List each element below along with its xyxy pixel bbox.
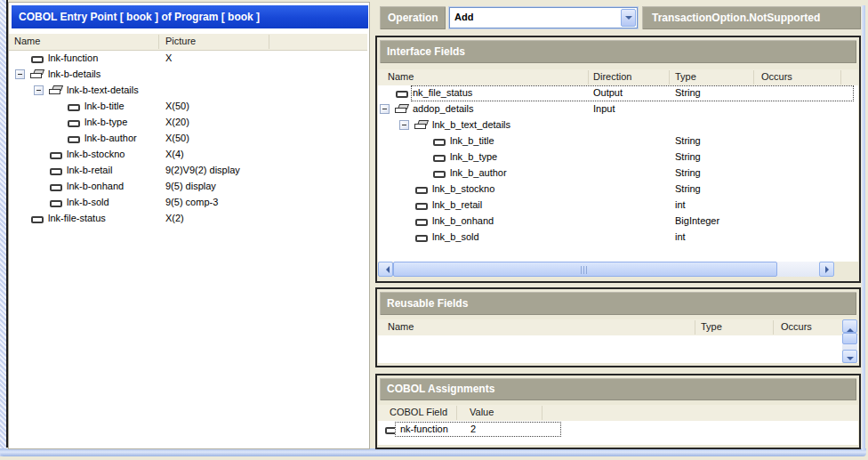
field-icon <box>433 139 446 146</box>
cell-picture: X(50) <box>165 101 189 111</box>
tree-row[interactable]: lnk-b-details <box>9 67 367 83</box>
tree-row[interactable]: lnk_b_titleString <box>378 133 858 149</box>
scroll-right-button[interactable] <box>819 262 834 277</box>
tree-row[interactable]: lnk_b_retailint <box>378 198 858 214</box>
assignment-focus-box[interactable]: nk-function 2 <box>395 422 561 437</box>
field-name-label: lnk_b_author <box>450 167 507 178</box>
horizontal-scrollbar[interactable] <box>378 262 858 277</box>
column-separator[interactable] <box>269 35 269 49</box>
tree-row[interactable]: lnk_b_onhandBigInteger <box>378 214 858 230</box>
tree-row[interactable]: lnk-b-text-details <box>9 83 367 99</box>
group-field-icon <box>49 85 63 95</box>
field-name-label: nk_file_status <box>413 87 472 98</box>
cell-type: String <box>675 87 701 98</box>
reusable-fields-list <box>378 335 858 363</box>
column-type[interactable]: Type <box>675 71 696 82</box>
cell-type: String <box>675 167 701 178</box>
field-name-label: lnk_b_retail <box>432 199 482 210</box>
column-name[interactable]: Name <box>388 71 414 82</box>
field-icon <box>415 203 428 210</box>
scroll-left-button[interactable] <box>378 262 393 277</box>
column-name[interactable]: Name <box>14 36 40 46</box>
section-title: COBOL Assignments <box>380 378 856 400</box>
column-picture[interactable]: Picture <box>165 36 196 46</box>
scrollbar-thumb[interactable] <box>393 262 777 277</box>
reusable-column-header: Name Type Occurs <box>378 319 858 336</box>
group-field-icon <box>414 120 429 130</box>
tree-row[interactable]: lnk_b_soldint <box>378 230 858 246</box>
field-icon <box>50 152 62 159</box>
tree-row[interactable]: lnk-b-onhand9(5) display <box>9 179 367 195</box>
tree-row[interactable]: lnk-file-statusX(2) <box>9 211 367 227</box>
column-value[interactable]: Value <box>470 407 494 417</box>
chevron-down-icon[interactable] <box>621 9 636 27</box>
tree-row[interactable]: lnk-b-authorX(50) <box>9 131 367 147</box>
cell-picture: X(20) <box>165 117 189 127</box>
tree-row[interactable]: lnk_b_stocknoString <box>378 182 858 198</box>
scroll-down-button[interactable] <box>842 350 857 363</box>
field-icon <box>50 200 62 207</box>
tree-row[interactable]: lnk_b_typeString <box>378 149 858 165</box>
column-separator[interactable] <box>773 320 774 335</box>
tree-row[interactable]: lnk_b_text_details <box>378 117 858 133</box>
tree-row[interactable]: lnk-b-titleX(50) <box>9 99 367 115</box>
field-name-label: lnk-b-title <box>84 101 125 111</box>
column-separator[interactable] <box>840 70 841 85</box>
assignment-value[interactable]: 2 <box>470 424 476 434</box>
field-name-label: lnk-b-retail <box>67 165 112 175</box>
column-separator[interactable] <box>542 406 542 420</box>
tree-row[interactable]: lnk-b-typeX(20) <box>9 115 367 131</box>
column-cobol-field[interactable]: COBOL Field <box>390 407 447 417</box>
field-name-label: lnk_b_sold <box>432 231 479 242</box>
field-icon <box>396 91 408 98</box>
tree-row[interactable]: lnk_b_authorString <box>378 165 858 182</box>
column-separator[interactable] <box>695 320 695 335</box>
field-name-label: addop_details <box>413 103 474 114</box>
scrollbar-thumb[interactable] <box>842 333 857 344</box>
field-name-label: lnk-b-type <box>84 117 127 127</box>
column-type[interactable]: Type <box>701 321 722 332</box>
scroll-up-button[interactable] <box>842 319 857 333</box>
field-name-label: lnk_b_text_details <box>432 119 510 130</box>
column-name[interactable]: Name <box>388 321 414 332</box>
cell-type: int <box>675 199 686 210</box>
column-direction[interactable]: Direction <box>593 71 631 82</box>
operation-dropdown[interactable]: Add <box>449 7 638 28</box>
column-separator[interactable] <box>588 70 589 85</box>
field-icon <box>68 104 80 111</box>
collapse-toggle-icon[interactable] <box>34 85 44 95</box>
collapse-toggle-icon[interactable] <box>15 69 25 79</box>
interface-fields-tree: nk_file_statusOutputStringaddop_detailsI… <box>378 85 858 262</box>
assignment-row[interactable]: nk-function 2 <box>378 421 858 437</box>
cell-direction: Input <box>593 103 615 114</box>
tree-row[interactable]: lnk-functionX <box>9 51 367 67</box>
field-name-label: lnk-b-text-details <box>67 85 139 95</box>
column-occurs[interactable]: Occurs <box>781 321 812 332</box>
column-occurs[interactable]: Occurs <box>761 71 792 82</box>
operation-selected-value: Add <box>454 12 473 22</box>
cobol-assignments-section: COBOL Assignments COBOL Field Value nk-f… <box>375 374 861 449</box>
collapse-toggle-icon[interactable] <box>380 104 390 114</box>
cell-picture: X(4) <box>165 149 184 159</box>
cell-picture: 9(2)V9(2) display <box>165 165 240 175</box>
column-separator[interactable] <box>456 406 457 420</box>
field-icon <box>50 184 62 191</box>
tree-row[interactable]: lnk-b-retail9(2)V9(2) display <box>9 163 367 179</box>
tree-row[interactable]: lnk-b-stocknoX(4) <box>9 147 367 163</box>
vertical-scrollbar[interactable] <box>842 319 857 363</box>
field-icon <box>68 136 80 143</box>
column-separator[interactable] <box>158 35 159 49</box>
field-icon <box>415 235 428 242</box>
tree-row[interactable]: nk_file_statusOutputString <box>378 85 858 101</box>
cell-type: String <box>675 183 701 194</box>
assignment-field[interactable]: nk-function <box>400 424 448 434</box>
column-separator[interactable] <box>753 70 754 85</box>
operation-label: Operation <box>380 6 446 29</box>
collapse-toggle-icon[interactable] <box>399 120 409 130</box>
field-name-label: lnk-b-onhand <box>67 181 124 191</box>
tree-row[interactable]: addop_detailsInput <box>378 101 858 117</box>
field-name-label: lnk_b_onhand <box>432 215 494 226</box>
left-tree: lnk-functionXlnk-b-detailslnk-b-text-det… <box>9 51 367 447</box>
column-separator[interactable] <box>669 70 670 85</box>
tree-row[interactable]: lnk-b-sold9(5) comp-3 <box>9 195 367 211</box>
